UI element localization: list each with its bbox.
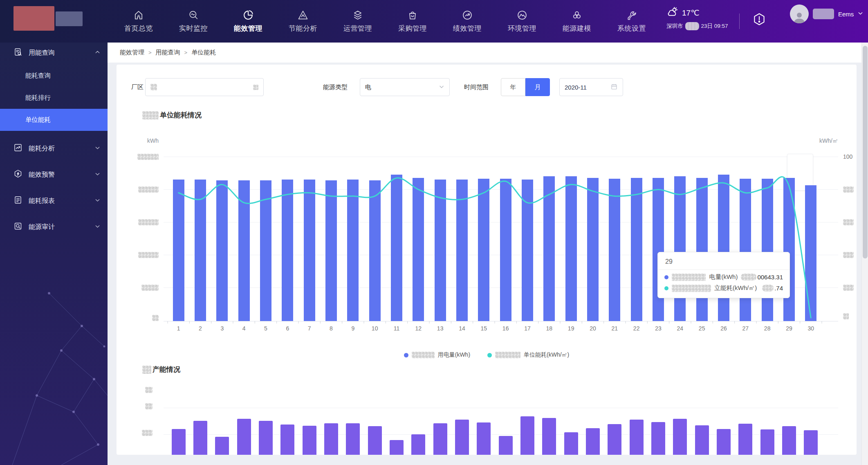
vertical-scrollbar-track[interactable] [861, 43, 868, 465]
capacity-bar-day-26[interactable] [717, 429, 731, 455]
capacity-bar-day-22[interactable] [630, 420, 644, 455]
bar-day-12[interactable] [413, 178, 424, 321]
nav-item-performance[interactable]: 绩效管理 [440, 0, 495, 43]
bar-day-5[interactable] [260, 180, 271, 321]
sidebar-item-能源审计[interactable]: 能源审计 [0, 214, 108, 240]
nav-item-environment[interactable]: 环境管理 [495, 0, 550, 43]
date-picker[interactable]: 2020-11 [559, 78, 623, 96]
bar-day-13[interactable] [435, 180, 446, 321]
alert-hexagon-icon[interactable] [752, 12, 766, 28]
capacity-bar-day-9[interactable] [346, 423, 360, 455]
energy-type-select[interactable]: 电 [360, 78, 450, 96]
bar-day-17[interactable] [522, 180, 533, 321]
capacity-bar-day-10[interactable] [368, 426, 382, 455]
capacity-bar-day-23[interactable] [651, 422, 665, 455]
capacity-bar-day-16[interactable] [499, 436, 513, 455]
capacity-bar-day-28[interactable] [760, 429, 774, 455]
nav-item-modeling[interactable]: 能源建模 [550, 0, 604, 43]
bar-day-20[interactable] [587, 178, 599, 321]
bar-day-9[interactable] [347, 180, 359, 321]
capacity-bar-day-18[interactable] [542, 418, 556, 455]
nav-item-operation[interactable]: 运营管理 [330, 0, 385, 43]
nav-item-settings[interactable]: 系统设置 [604, 0, 659, 43]
saving-icon [297, 9, 309, 21]
nav-item-purchase[interactable]: 采购管理 [385, 0, 440, 43]
bar-day-19[interactable] [565, 176, 577, 321]
capacity-bar-day-17[interactable] [520, 416, 534, 455]
capacity-bar-day-5[interactable] [259, 421, 273, 455]
breadcrumb-part-能效管理[interactable]: 能效管理 [120, 49, 144, 56]
year-toggle-button[interactable]: 年 [501, 78, 525, 96]
bar-day-29[interactable] [783, 178, 795, 321]
nav-item-home[interactable]: 首页总览 [111, 0, 166, 43]
bar-day-30[interactable] [805, 185, 816, 321]
capacity-bar-day-4[interactable] [237, 419, 251, 455]
capacity-bar-day-7[interactable] [303, 426, 316, 455]
bar-day-8[interactable] [325, 180, 337, 321]
capacity-bar-day-3[interactable] [215, 437, 229, 455]
capacity-bar-day-30[interactable] [804, 430, 818, 455]
nav-item-efficiency[interactable]: 能效管理 [221, 0, 276, 43]
capacity-bar-day-15[interactable] [477, 422, 491, 455]
bar-day-25[interactable] [696, 178, 708, 321]
bar-day-18[interactable] [543, 176, 555, 321]
capacity-bar-day-29[interactable] [782, 426, 796, 455]
nav-item-label: 环境管理 [508, 24, 536, 33]
bar-day-6[interactable] [282, 180, 293, 321]
capacity-bar-day-24[interactable] [673, 419, 687, 455]
right-axis-unit: kWh/㎡ [793, 137, 838, 145]
capacity-bar-day-25[interactable] [695, 425, 709, 455]
bar-day-21[interactable] [609, 179, 620, 321]
capacity-bar-day-13[interactable] [433, 423, 447, 455]
vertical-scrollbar-thumb[interactable] [863, 46, 868, 258]
legend-label-redacted [412, 352, 435, 358]
bar-day-14[interactable] [456, 180, 468, 321]
sidebar-subitem-单位能耗[interactable]: 单位能耗 [0, 109, 108, 131]
bar-day-11[interactable] [391, 175, 402, 321]
bar-day-27[interactable] [740, 179, 751, 321]
bar-day-7[interactable] [304, 180, 315, 321]
y-axis-tick-label-redacted [141, 285, 159, 291]
nav-item-monitor[interactable]: 实时监控 [166, 0, 221, 43]
capacity-bar-day-21[interactable] [608, 424, 621, 455]
capacity-bar-day-27[interactable] [738, 424, 752, 455]
month-toggle-button[interactable]: 月 [525, 78, 550, 96]
bar-day-1[interactable] [173, 180, 184, 321]
avatar[interactable] [790, 4, 809, 23]
bar-day-24[interactable] [674, 176, 686, 321]
capacity-bar-day-2[interactable] [193, 421, 207, 455]
bar-day-2[interactable] [195, 180, 206, 321]
bar-day-3[interactable] [216, 180, 228, 321]
plant-select-suffix-redacted [253, 85, 258, 90]
breadcrumb-part-用能查询[interactable]: 用能查询 [156, 49, 180, 56]
bar-day-4[interactable] [238, 180, 250, 321]
plant-select[interactable] [145, 78, 264, 96]
capacity-bar-day-8[interactable] [324, 423, 338, 455]
sidebar-subitem-能耗排行[interactable]: 能耗排行 [0, 87, 108, 109]
sidebar-item-能效预警[interactable]: 能效预警 [0, 162, 108, 187]
bar-day-16[interactable] [500, 179, 511, 321]
bar-day-22[interactable] [631, 178, 642, 321]
capacity-bar-day-1[interactable] [172, 429, 186, 455]
bar-day-15[interactable] [478, 179, 489, 321]
app-logo[interactable] [13, 6, 54, 31]
bar-day-23[interactable] [653, 178, 664, 321]
capacity-bar-day-20[interactable] [586, 428, 600, 455]
bar-day-10[interactable] [369, 180, 381, 321]
legend-item-bar[interactable]: 用电量(kWh) [404, 351, 470, 359]
sidebar-item-用能查询[interactable]: 用能查询 [0, 43, 108, 63]
legend-item-line[interactable]: 单位能耗(kWh/㎡) [487, 351, 569, 359]
sidebar-subitem-能耗查询[interactable]: 能耗查询 [0, 65, 108, 87]
capacity-bar-day-12[interactable] [411, 434, 425, 455]
nav-item-saving[interactable]: 节能分析 [276, 0, 330, 43]
top-nav-menu: 首页总览 实时监控 能效管理 节能分析 运营管理 采购管理 绩效管理 环境管理 … [111, 0, 659, 43]
user-menu[interactable]: Eems [790, 4, 863, 23]
capacity-bar-day-14[interactable] [455, 420, 469, 455]
capacity-bar-day-11[interactable] [390, 440, 404, 455]
capacity-bar-day-19[interactable] [564, 432, 578, 455]
bar-day-26[interactable] [718, 175, 729, 321]
sidebar-item-能耗分析[interactable]: 能耗分析 [0, 136, 108, 161]
capacity-bar-day-6[interactable] [280, 425, 294, 455]
sidebar-item-能耗报表[interactable]: 能耗报表 [0, 188, 108, 213]
bar-day-28[interactable] [762, 179, 773, 321]
